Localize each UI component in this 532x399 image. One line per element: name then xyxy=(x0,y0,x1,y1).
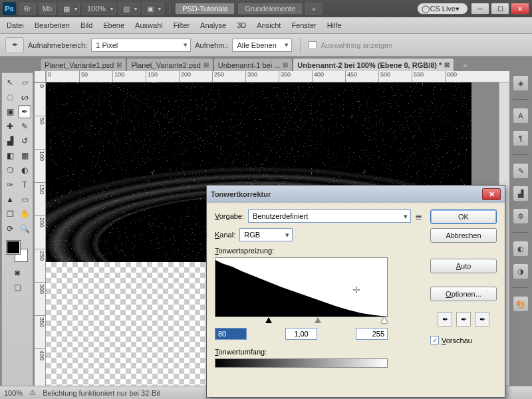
character-panel-icon[interactable]: A xyxy=(513,108,529,124)
histogram[interactable]: ✛ xyxy=(215,257,388,317)
window-maximize-button[interactable]: ☐ xyxy=(491,3,509,15)
ruler-tick: 350 xyxy=(35,315,45,348)
ruler-horizontal[interactable]: 0 50 100 150 200 250 300 350 400 450 500… xyxy=(46,71,509,82)
workspace-btn-grundelemente[interactable]: Grundelemente xyxy=(237,3,303,15)
screenmode-dropdown[interactable]: ▣ xyxy=(142,3,164,15)
arrange-dropdown[interactable]: ▥ xyxy=(118,3,140,15)
black-point-field[interactable]: 80 xyxy=(215,328,247,340)
current-tool-icon[interactable]: ✒ xyxy=(5,37,24,53)
pen-tool[interactable]: ✑ xyxy=(3,178,17,192)
black-point-slider[interactable] xyxy=(265,317,272,323)
3d-tool[interactable]: ❒ xyxy=(3,207,17,221)
white-eyedropper-icon[interactable]: ✒ xyxy=(475,312,489,327)
menu-ebene[interactable]: Ebene xyxy=(103,21,124,29)
preset-dropdown[interactable]: Benutzerdefiniert xyxy=(248,209,411,223)
auto-button[interactable]: Auto xyxy=(430,259,497,273)
sample-mode-dropdown[interactable]: Alle Ebenen xyxy=(232,39,292,52)
foreground-color-swatch[interactable] xyxy=(7,241,20,254)
paragraph-panel-icon[interactable]: ¶ xyxy=(513,130,529,146)
zoom-dropdown[interactable]: 100% xyxy=(82,3,116,15)
lasso-tool[interactable]: ᔕ xyxy=(18,90,31,104)
menu-fenster[interactable]: Fenster xyxy=(291,21,316,29)
ruler-tick: 400 xyxy=(35,348,45,382)
menu-filter[interactable]: Filter xyxy=(174,21,190,29)
close-icon[interactable]: ⊠ xyxy=(203,61,209,68)
view-extras-dropdown[interactable]: ▦ xyxy=(59,3,80,15)
menu-bearbeiten[interactable]: Bearbeiten xyxy=(35,21,70,29)
shape-tool[interactable]: ▭ xyxy=(18,193,31,206)
menu-ansicht[interactable]: Ansicht xyxy=(257,21,281,29)
color-swatches[interactable] xyxy=(7,241,28,262)
cancel-button[interactable]: Abbrechen xyxy=(430,228,497,243)
close-icon[interactable]: ⊠ xyxy=(116,61,122,68)
preview-checkbox[interactable]: ✓ xyxy=(430,336,439,344)
doc-tab-3[interactable]: Unbenannt-1 bei ...⊠ xyxy=(213,58,293,71)
gray-eyedropper-icon[interactable]: ✒ xyxy=(456,312,471,327)
screenmode-toggle[interactable]: ▢ xyxy=(11,281,24,294)
close-icon[interactable]: ⊠ xyxy=(283,61,288,68)
brush-tool[interactable]: ✎ xyxy=(18,120,31,133)
doc-tab-1[interactable]: Planet_Variante1.psd⊠ xyxy=(40,58,126,71)
dodge-tool[interactable]: ◐ xyxy=(18,164,31,177)
crop-tool[interactable]: ▣ xyxy=(3,105,17,118)
doc-tab-4[interactable]: Unbenannt-2 bei 100% (Ebene 0, RGB/8) *⊠ xyxy=(293,58,454,71)
white-point-slider[interactable] xyxy=(381,317,388,323)
sample-size-dropdown[interactable]: 1 Pixel xyxy=(91,39,191,52)
cslive-button[interactable]: ◯ CS Live ▾ xyxy=(417,3,468,15)
output-gradient[interactable] xyxy=(215,358,388,368)
ruler-tick: 250 xyxy=(35,249,45,282)
menu-bild[interactable]: Bild xyxy=(80,21,92,29)
dialog-titlebar[interactable]: Tonwertkorrektur ✕ xyxy=(207,186,505,203)
rotate-tool[interactable]: ⟳ xyxy=(3,222,17,235)
path-select-tool[interactable]: ▲ xyxy=(3,193,17,206)
options-button[interactable]: Optionen... xyxy=(430,287,497,301)
artboard-tool[interactable]: ▱ xyxy=(18,76,31,89)
marquee-tool[interactable]: ◌ xyxy=(3,90,17,104)
menu-analyse[interactable]: Analyse xyxy=(200,21,226,29)
ok-button[interactable]: OK xyxy=(430,209,497,224)
preset-menu-icon[interactable]: ≣ xyxy=(415,211,422,221)
styles-panel-icon[interactable]: ◈ xyxy=(513,75,529,91)
ruler-origin[interactable] xyxy=(35,71,46,82)
window-minimize-button[interactable]: ─ xyxy=(471,3,489,15)
gamma-slider[interactable] xyxy=(315,317,321,323)
menu-auswahl[interactable]: Auswahl xyxy=(135,21,163,29)
bridge-button[interactable]: Br xyxy=(19,3,36,15)
presets-panel-icon[interactable]: ⚙ xyxy=(513,208,529,224)
gamma-field[interactable]: 1,00 xyxy=(285,328,317,340)
close-icon[interactable]: ⊠ xyxy=(444,61,450,68)
move-tool[interactable]: ↖ xyxy=(3,76,17,89)
menu-datei[interactable]: Datei xyxy=(7,21,24,29)
minibridge-button[interactable]: Mb xyxy=(39,3,56,15)
brushes-panel-icon[interactable]: ✎ xyxy=(513,163,529,179)
workspace-more-button[interactable]: » xyxy=(305,3,323,15)
masks-panel-icon[interactable]: ◑ xyxy=(513,263,529,279)
workspace-btn-psd-tutorials[interactable]: PSD-Tutorials xyxy=(175,3,235,15)
blur-tool[interactable]: ❍ xyxy=(3,164,17,177)
white-point-field[interactable]: 255 xyxy=(356,328,388,340)
gradient-tool[interactable]: ▦ xyxy=(18,149,31,162)
menu-3d[interactable]: 3D xyxy=(237,21,246,29)
quickmask-toggle[interactable]: ◙ xyxy=(11,266,24,279)
window-close-button[interactable]: ✕ xyxy=(511,3,529,15)
eyedropper-tool[interactable]: ✒ xyxy=(18,105,31,118)
stamp-tool[interactable]: ▟ xyxy=(3,134,17,148)
adjustments-panel-icon[interactable]: ◐ xyxy=(513,241,529,257)
clone-panel-icon[interactable]: ▟ xyxy=(513,186,529,201)
type-tool[interactable]: T xyxy=(18,178,31,192)
black-eyedropper-icon[interactable]: ✒ xyxy=(438,312,452,327)
channel-dropdown[interactable]: RGB xyxy=(239,228,293,241)
dialog-close-button[interactable]: ✕ xyxy=(482,188,501,200)
hand-tool[interactable]: ✋ xyxy=(18,207,31,221)
tab-overflow-button[interactable]: » xyxy=(457,59,473,71)
eraser-tool[interactable]: ◧ xyxy=(3,149,17,162)
healing-tool[interactable]: ✚ xyxy=(3,120,17,133)
doc-tab-2[interactable]: Planet_Variante2.psd⊠ xyxy=(126,58,213,71)
menu-hilfe[interactable]: Hilfe xyxy=(327,21,342,29)
status-zoom[interactable]: 100% xyxy=(4,389,23,397)
ruler-vertical[interactable]: 0 50 100 150 200 250 300 350 400 xyxy=(35,82,46,399)
color-panel-icon[interactable]: 🎨 xyxy=(513,296,529,312)
zoom-tool[interactable]: 🔍 xyxy=(18,222,31,235)
show-ring-checkbox[interactable] xyxy=(309,41,317,49)
history-brush-tool[interactable]: ↺ xyxy=(18,134,31,148)
